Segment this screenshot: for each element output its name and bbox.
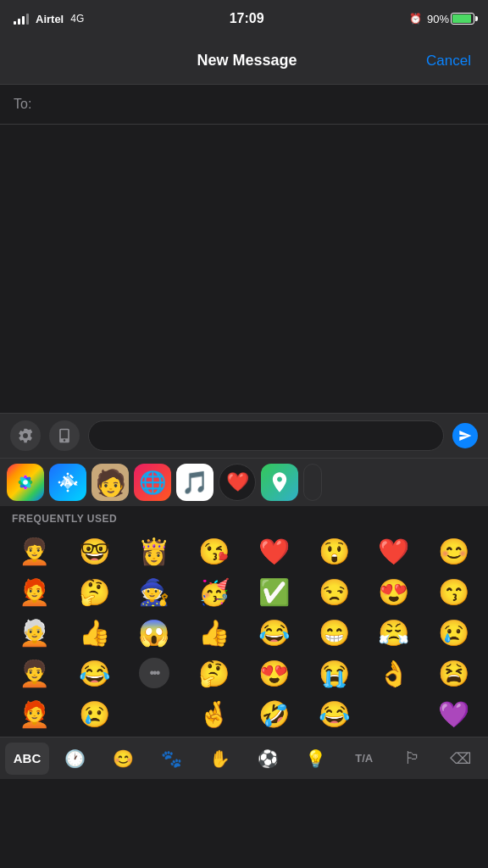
- message-input-wrap: [88, 420, 444, 451]
- app-icon-more[interactable]: [303, 464, 322, 501]
- to-label: To:: [14, 97, 31, 112]
- emoji-cell[interactable]: 😘: [185, 531, 243, 570]
- clock-button[interactable]: 🕐: [51, 737, 99, 779]
- battery-container: 90%: [427, 13, 474, 25]
- flags-button[interactable]: 🏳: [388, 737, 436, 779]
- app-icon-digital-touch[interactable]: ❤️: [219, 464, 256, 501]
- send-button[interactable]: [452, 423, 478, 448]
- emoji-cell[interactable]: 😁: [305, 613, 363, 652]
- emoji-cell[interactable]: 🥳: [185, 572, 243, 611]
- emoji-cell[interactable]: 🤓: [65, 531, 124, 570]
- alarm-icon: ⏰: [409, 13, 422, 25]
- emoji-cell[interactable]: 😂: [245, 613, 303, 652]
- app-icon-appstore[interactable]: A: [49, 464, 86, 501]
- app-bar: A 🧑 🌐 🎵 ❤️: [0, 458, 488, 506]
- emoji-cell[interactable]: 🧙: [125, 572, 184, 611]
- emoji-button[interactable]: 😊: [99, 737, 147, 779]
- app-icon-search-web[interactable]: 🌐: [134, 464, 171, 501]
- delete-button[interactable]: ⌫: [436, 737, 485, 779]
- nav-title: New Message: [197, 52, 297, 70]
- app-icon-memoji[interactable]: 🧑: [92, 464, 129, 501]
- emoji-cell[interactable]: 😂: [65, 654, 124, 693]
- emoji-cell[interactable]: [365, 694, 424, 733]
- emoji-cell[interactable]: 🧑‍🦰: [5, 694, 64, 733]
- emoji-cell[interactable]: 💜: [424, 694, 483, 733]
- status-bar: Airtel 4G 17:09 ⏰ 90%: [0, 0, 488, 37]
- svg-point-9: [23, 480, 28, 485]
- abc-button[interactable]: ABC: [5, 743, 49, 775]
- emoji-cell[interactable]: 🧑‍🦱: [5, 531, 64, 570]
- cancel-button[interactable]: Cancel: [426, 53, 471, 70]
- emoji-grid: 🧑‍🦱 🤓 👸 😘 ❤️ 😲 ❤️ 😊 🧑‍🦰 🤔 🧙 🥳 ✅ 😒 😍 😙 🧑‍…: [0, 528, 488, 737]
- status-left: Airtel 4G: [14, 13, 84, 25]
- emoji-cell[interactable]: 😤: [365, 613, 424, 652]
- to-field: To:: [0, 85, 488, 125]
- battery-pct: 90%: [427, 13, 449, 25]
- camera-button[interactable]: [10, 420, 41, 451]
- emoji-cell[interactable]: 😫: [424, 654, 483, 693]
- emoji-cell[interactable]: ❤️: [365, 531, 424, 570]
- emoji-cell[interactable]: 😢: [424, 613, 483, 652]
- emoji-cell[interactable]: 😭: [305, 654, 363, 693]
- emoji-cell[interactable]: [125, 694, 184, 733]
- status-time: 17:09: [230, 11, 264, 26]
- to-input[interactable]: [38, 97, 474, 112]
- svg-text:A: A: [64, 476, 72, 487]
- message-area: [0, 125, 488, 413]
- message-input[interactable]: [99, 428, 433, 443]
- emoji-category-label: FREQUENTLY USED: [0, 506, 488, 528]
- carrier: Airtel: [36, 13, 64, 25]
- emoji-cell[interactable]: 🤔: [185, 654, 243, 693]
- emoji-cell[interactable]: •••: [125, 654, 184, 693]
- app-icon-music[interactable]: 🎵: [176, 464, 214, 501]
- emoji-cell[interactable]: 👌: [365, 654, 424, 693]
- symbols-button[interactable]: T/A: [340, 737, 388, 779]
- network-type: 4G: [70, 13, 84, 25]
- app-icon-maps[interactable]: [261, 464, 298, 501]
- emoji-cell[interactable]: 🧑‍🦳: [5, 613, 64, 652]
- objects-button[interactable]: 💡: [291, 737, 340, 779]
- paw-button[interactable]: 🐾: [147, 737, 196, 779]
- emoji-cell[interactable]: 👍: [65, 613, 124, 652]
- status-right: ⏰ 90%: [409, 13, 474, 25]
- emoji-cell[interactable]: 🧑‍🦰: [5, 572, 64, 611]
- battery-fill: [452, 14, 471, 23]
- battery-icon: [451, 13, 474, 25]
- emoji-cell[interactable]: 🤣: [245, 694, 303, 733]
- emoji-cell[interactable]: 😍: [365, 572, 424, 611]
- emoji-cell[interactable]: ❤️: [245, 531, 303, 570]
- emoji-cell[interactable]: 👍: [185, 613, 243, 652]
- emoji-cell[interactable]: 😍: [245, 654, 303, 693]
- signal-bars: [14, 14, 29, 25]
- emoji-cell[interactable]: 😙: [424, 572, 483, 611]
- emoji-cell[interactable]: 🤞: [185, 694, 243, 733]
- emoji-cell[interactable]: 😢: [65, 694, 124, 733]
- nav-bar: New Message Cancel: [0, 37, 488, 85]
- apps-button[interactable]: [49, 420, 80, 451]
- keyboard-bottom-bar: ABC 🕐 😊 🐾 ✋ ⚽ 💡 T/A 🏳 ⌫: [0, 737, 488, 779]
- emoji-cell[interactable]: 😲: [305, 531, 363, 570]
- app-icon-photos[interactable]: [7, 464, 44, 501]
- input-row: [0, 413, 488, 458]
- emoji-cell[interactable]: 🤔: [65, 572, 124, 611]
- emoji-cell[interactable]: 😊: [424, 531, 483, 570]
- emoji-cell[interactable]: 👸: [125, 531, 184, 570]
- emoji-cell[interactable]: 😱: [125, 613, 184, 652]
- emoji-cell[interactable]: 😒: [305, 572, 363, 611]
- emoji-cell[interactable]: 🧑‍🦱: [5, 654, 64, 693]
- emoji-cell[interactable]: 😂: [305, 694, 363, 733]
- emoji-cell[interactable]: ✅: [245, 572, 303, 611]
- hand-button[interactable]: ✋: [196, 737, 244, 779]
- sports-button[interactable]: ⚽: [244, 737, 292, 779]
